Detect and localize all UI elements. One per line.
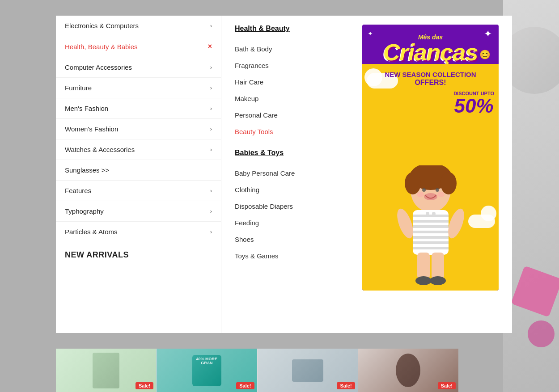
promo-child-figure: [388, 165, 473, 291]
dropdown-item-toys-games[interactable]: Toys & Games: [235, 248, 349, 264]
svg-point-6: [424, 193, 437, 200]
svg-rect-10: [413, 215, 449, 217]
sidebar-item-electronics[interactable]: Electronics & Computers ›: [56, 16, 221, 36]
sale-badge-3: Sale!: [337, 382, 355, 389]
dropdown-item-makeup[interactable]: Makeup: [235, 90, 349, 107]
sidebar-item-watches[interactable]: Watches & Accessories ›: [56, 139, 221, 160]
promo-crianças-label: Crianças: [369, 41, 492, 64]
sidebar-item-label: Typhography: [65, 207, 104, 215]
promo-discount-badge: DISCOUNT UPTO 50%: [453, 91, 494, 116]
sale-badge-2: Sale!: [236, 382, 254, 389]
svg-point-8: [437, 192, 445, 197]
dropdown-item-fragrances[interactable]: Fragrances: [235, 57, 349, 74]
promo-season-text: NEW SEASON COLLECTION: [380, 71, 480, 79]
sidebar-item-features[interactable]: Features ›: [56, 181, 221, 201]
svg-rect-14: [413, 236, 449, 239]
chevron-right-icon: ›: [210, 228, 212, 235]
sidebar-item-label: Watches & Accessories: [65, 146, 135, 153]
svg-point-17: [426, 212, 429, 215]
sidebar-item-computer-accessories[interactable]: Computer Accessories ›: [56, 57, 221, 78]
dropdown-item-baby-personal-care[interactable]: Baby Personal Care: [235, 165, 349, 181]
chevron-right-icon: ›: [210, 64, 212, 71]
cloud-left-2: [364, 68, 382, 86]
close-icon[interactable]: ×: [208, 42, 212, 51]
svg-point-18: [432, 212, 436, 215]
dropdown-item-clothing[interactable]: Clothing: [235, 181, 349, 198]
product-card-2[interactable]: 40% MOREGRAN Sale!: [157, 349, 257, 392]
sidebar-item-sunglasses[interactable]: Sunglasses >>: [56, 160, 221, 181]
sidebar-item-particles[interactable]: Particles & Atoms ›: [56, 222, 221, 242]
product-card-1[interactable]: Sale!: [56, 349, 156, 392]
product-card-4[interactable]: Sale!: [358, 349, 458, 392]
sidebar-item-label: Women's Fashion: [65, 125, 118, 133]
dropdown-item-personal-care[interactable]: Personal Care: [235, 107, 349, 123]
sidebar-item-womens-fashion[interactable]: Women's Fashion ›: [56, 119, 221, 139]
dropdown-item-feeding[interactable]: Feeding: [235, 215, 349, 231]
sidebar-item-label: Men's Fashion: [65, 105, 108, 112]
svg-point-23: [415, 276, 432, 285]
sidebar-item-label: Health, Beauty & Babies: [65, 43, 138, 51]
decorative-stars: ✦: [484, 28, 492, 40]
chevron-right-icon: ›: [210, 22, 212, 29]
sidebar-item-typography[interactable]: Typhography ›: [56, 201, 221, 222]
dropdown-item-bath-body[interactable]: Bath & Body: [235, 41, 349, 57]
svg-point-24: [430, 276, 446, 285]
chevron-right-icon: ›: [210, 187, 212, 194]
health-beauty-column: Health & Beauty Bath & Body Fragrances H…: [235, 25, 349, 324]
dropdown-item-disposable-diapers[interactable]: Disposable Diapers: [235, 198, 349, 215]
new-arrivals-label: NEW ARRIVALS: [56, 242, 221, 268]
svg-point-2: [405, 172, 421, 194]
promo-banner[interactable]: ✦ ✦ Mês das Crianças 😊: [362, 25, 499, 291]
svg-rect-13: [413, 231, 449, 233]
sidebar-item-label: Features: [65, 187, 91, 194]
chevron-right-icon: ›: [210, 126, 212, 132]
babies-toys-section-title: Babies & Toys: [235, 149, 349, 157]
sidebar: Electronics & Computers › Health, Beauty…: [56, 16, 221, 333]
health-beauty-section-title: Health & Beauty: [235, 25, 349, 33]
main-menu-container: Electronics & Computers › Health, Beauty…: [56, 16, 512, 333]
sidebar-item-mens-fashion[interactable]: Men's Fashion ›: [56, 98, 221, 119]
sale-badge-1: Sale!: [136, 382, 153, 389]
dropdown-item-beauty-tools[interactable]: Beauty Tools: [235, 123, 349, 140]
svg-point-5: [436, 188, 439, 192]
svg-rect-12: [413, 225, 449, 228]
svg-point-3: [440, 172, 457, 194]
sidebar-item-label: Sunglasses >>: [65, 166, 109, 174]
dropdown-item-shoes[interactable]: Shoes: [235, 231, 349, 248]
sidebar-item-label: Electronics & Computers: [65, 22, 139, 30]
chevron-right-icon: ›: [210, 146, 212, 153]
sidebar-item-label: Computer Accessories: [65, 63, 132, 71]
sidebar-item-health-beauty[interactable]: Health, Beauty & Babies ×: [56, 36, 221, 57]
svg-rect-22: [432, 253, 444, 279]
chevron-right-icon: ›: [210, 208, 212, 215]
decorative-star-left: ✦: [368, 30, 373, 37]
dropdown-columns: Health & Beauty Bath & Body Fragrances H…: [235, 25, 349, 324]
dropdown-panel: Health & Beauty Bath & Body Fragrances H…: [221, 16, 512, 333]
svg-rect-16: [413, 247, 449, 249]
svg-point-7: [417, 192, 424, 197]
chevron-right-icon: ›: [210, 105, 212, 112]
product-strip: Sale! 40% MOREGRAN Sale! Sale! Sale!: [56, 349, 458, 392]
sidebar-item-furniture[interactable]: Furniture ›: [56, 78, 221, 98]
cloud-right-2: [481, 206, 496, 221]
svg-rect-21: [417, 253, 430, 279]
promo-offers-text: OFFERS!: [415, 79, 446, 87]
discount-percent-label: 50%: [453, 96, 494, 116]
sale-badge-4: Sale!: [438, 382, 456, 389]
sidebar-item-label: Furniture: [65, 84, 92, 92]
dropdown-item-hair-care[interactable]: Hair Care: [235, 74, 349, 90]
product-card-3[interactable]: Sale!: [258, 349, 358, 392]
svg-rect-15: [413, 241, 449, 244]
sidebar-item-label: Particles & Atoms: [65, 228, 118, 236]
promo-smiley-icon: 😊: [479, 49, 491, 60]
svg-point-4: [422, 188, 426, 192]
svg-rect-11: [413, 220, 449, 223]
chevron-right-icon: ›: [210, 84, 212, 91]
